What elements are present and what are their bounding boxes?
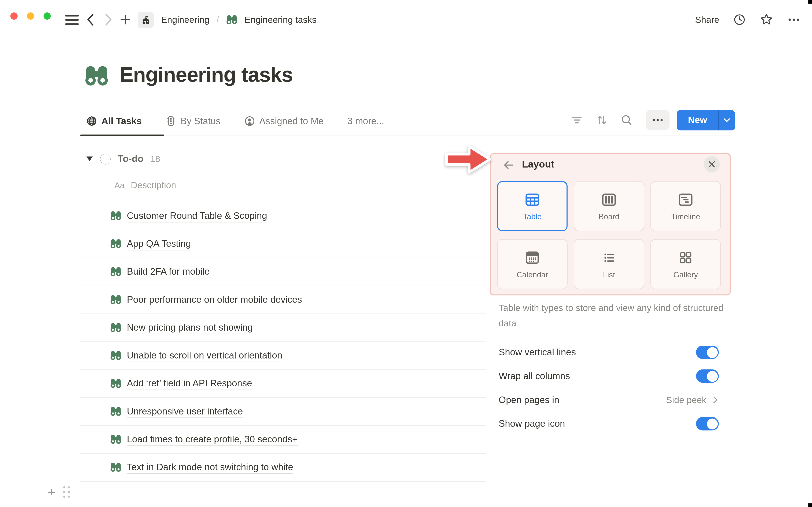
- clock-icon[interactable]: [733, 13, 746, 26]
- tab-all-tasks[interactable]: All Tasks: [87, 116, 142, 126]
- group-name[interactable]: To-do: [117, 153, 143, 165]
- table-row[interactable]: Add ‘ref’ field in API Response: [80, 370, 486, 398]
- binoculars-icon: [110, 378, 121, 389]
- new-page-icon[interactable]: [120, 14, 131, 25]
- table-row[interactable]: Text in Dark mode not switching to white: [80, 454, 486, 482]
- breadcrumb-workspace[interactable]: Engineering: [161, 14, 210, 25]
- table-column-divider: [486, 203, 486, 482]
- binoculars-icon: [110, 266, 121, 277]
- filter-icon[interactable]: [571, 114, 582, 126]
- task-title: App QA Testing: [127, 238, 191, 250]
- add-row-icon[interactable]: +: [48, 485, 55, 499]
- page-title[interactable]: Engineering tasks: [120, 63, 293, 87]
- setting-wrap-all-columns: Wrap all columns: [499, 364, 719, 388]
- table-row[interactable]: Unresponsive user interface: [80, 398, 486, 426]
- setting-value[interactable]: Side peek: [666, 394, 719, 405]
- table-row[interactable]: Unable to scroll on vertical orientation: [80, 342, 486, 370]
- table-row[interactable]: New pricing plans not showing: [80, 314, 486, 342]
- layout-option-label: Gallery: [673, 270, 698, 279]
- table-row[interactable]: Poor performance on older mobile devices: [80, 286, 486, 314]
- page-icon-binoculars[interactable]: [85, 65, 108, 90]
- view-options-button[interactable]: [646, 110, 670, 130]
- share-button[interactable]: Share: [695, 14, 719, 25]
- tab-more-views[interactable]: 3 more...: [347, 116, 384, 126]
- table-row[interactable]: Customer Round Table & Scoping: [80, 203, 486, 230]
- binoculars-icon: [110, 211, 121, 221]
- setting-control: [696, 417, 719, 431]
- table-row[interactable]: App QA Testing: [80, 230, 486, 258]
- todo-status-icon: [100, 153, 111, 164]
- toggle-show-vertical-lines[interactable]: [696, 346, 719, 359]
- list-icon: [601, 250, 617, 265]
- toggle-knob: [707, 418, 717, 429]
- back-button[interactable]: [86, 13, 96, 26]
- annotation-arrow-icon: [443, 142, 493, 178]
- setting-label: Show page icon: [499, 418, 565, 429]
- setting-control: [696, 346, 719, 359]
- task-title: Load times to create profile, 30 seconds…: [127, 433, 298, 446]
- new-button[interactable]: New: [677, 110, 735, 130]
- task-title: Unable to scroll on vertical orientation: [127, 349, 282, 362]
- table-icon: [525, 191, 540, 207]
- layout-option-calendar[interactable]: Calendar: [497, 239, 567, 289]
- task-title: New pricing plans not showing: [127, 322, 253, 334]
- column-label: Description: [131, 180, 176, 191]
- layout-option-board[interactable]: Board: [574, 181, 644, 231]
- timeline-icon: [678, 191, 693, 207]
- collapse-triangle-icon[interactable]: [86, 156, 93, 162]
- binoculars-icon: [110, 322, 121, 333]
- view-tabs: All Tasks By Status: [87, 112, 384, 130]
- minimize-window-button[interactable]: [27, 12, 34, 20]
- layout-options: Table Board Timeline Calendar: [491, 154, 730, 294]
- layout-option-label: Board: [599, 212, 619, 221]
- binoculars-icon: [110, 294, 121, 305]
- layout-option-label: Calendar: [517, 270, 548, 279]
- layout-option-label: Timeline: [671, 212, 700, 221]
- layout-option-label: Table: [523, 212, 542, 221]
- binoculars-icon: [110, 238, 121, 249]
- drag-handle-icon[interactable]: [63, 486, 70, 498]
- table-bottom-controls: +: [48, 485, 70, 499]
- binoculars-icon: [110, 406, 121, 417]
- breadcrumb-page[interactable]: Engineering tasks: [245, 14, 316, 25]
- tab-label: All Tasks: [101, 116, 142, 126]
- setting-open-pages-in[interactable]: Open pages in Side peek: [499, 388, 719, 412]
- search-icon[interactable]: [621, 114, 632, 126]
- text-type-icon: Aa: [114, 181, 124, 190]
- toggle-show-page-icon[interactable]: [696, 417, 719, 431]
- layout-option-timeline[interactable]: Timeline: [651, 181, 721, 231]
- new-dropdown-button[interactable]: [719, 118, 735, 122]
- binoculars-icon: [110, 462, 121, 473]
- binoculars-icon: [110, 350, 121, 361]
- table-row[interactable]: Build 2FA for mobile: [80, 258, 486, 286]
- tab-assigned-to-me[interactable]: Assigned to Me: [244, 116, 323, 126]
- status-icon: [165, 116, 176, 126]
- group-header: To-do 18: [86, 151, 160, 166]
- layout-option-gallery[interactable]: Gallery: [651, 239, 721, 289]
- star-icon[interactable]: [760, 13, 773, 26]
- tab-by-status[interactable]: By Status: [165, 116, 220, 126]
- sidebar-menu-icon[interactable]: [65, 15, 79, 25]
- toggle-knob: [707, 347, 717, 358]
- sort-icon[interactable]: [596, 114, 608, 126]
- more-icon[interactable]: [787, 13, 801, 26]
- column-header-description[interactable]: Aa Description: [114, 180, 176, 191]
- breadcrumb-page-icon: [226, 14, 237, 25]
- workspace-building-icon[interactable]: [138, 12, 154, 28]
- tab-label: By Status: [181, 116, 220, 126]
- table-rows: Customer Round Table & Scoping App QA Te…: [80, 203, 486, 482]
- tabs-divider: [80, 135, 731, 136]
- forward-button[interactable]: [103, 13, 113, 26]
- task-title: Text in Dark mode not switching to white: [127, 461, 293, 473]
- zoom-window-button[interactable]: [44, 12, 51, 20]
- setting-label: Show vertical lines: [499, 347, 576, 358]
- layout-option-list[interactable]: List: [574, 239, 644, 289]
- setting-show-page-icon: Show page icon: [499, 412, 719, 436]
- corner-artifact-bottom-right: [808, 503, 812, 507]
- layout-option-table[interactable]: Table: [497, 181, 567, 231]
- setting-control: Side peek: [666, 394, 719, 405]
- table-row[interactable]: Load times to create profile, 30 seconds…: [80, 426, 486, 454]
- board-icon: [601, 191, 617, 207]
- toggle-wrap-all-columns[interactable]: [696, 370, 719, 383]
- close-window-button[interactable]: [10, 12, 17, 20]
